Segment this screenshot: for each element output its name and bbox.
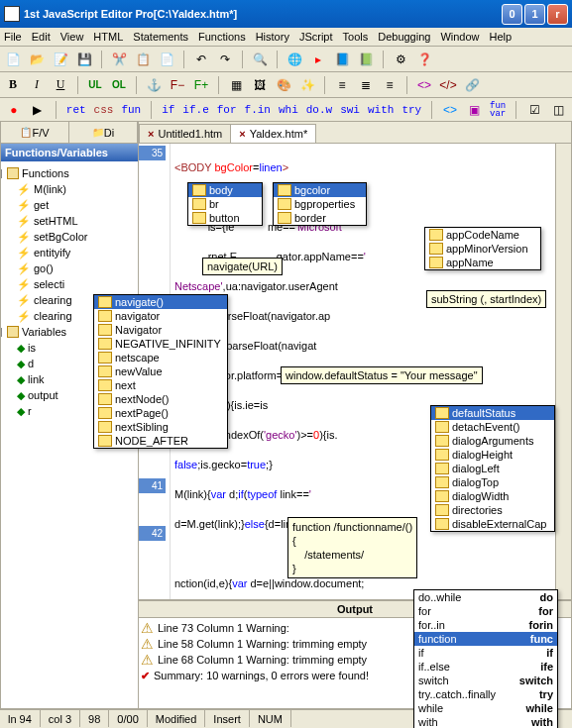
popup-item[interactable]: navigate() (94, 295, 227, 309)
popup-item[interactable]: if..elseife (414, 660, 557, 674)
arrow-icon[interactable]: ▸ (309, 51, 327, 68)
minimize-button[interactable]: 0 (502, 4, 522, 25)
image-icon[interactable]: 🖼 (251, 76, 269, 94)
close-icon[interactable]: × (239, 128, 245, 140)
scr-icon[interactable]: <> (442, 101, 458, 119)
tree-item[interactable]: ⚡ entityify (3, 245, 136, 260)
bold-button[interactable]: B (4, 76, 22, 94)
popup-item[interactable]: netscape (94, 351, 227, 364)
popup-item[interactable]: directories (431, 503, 554, 517)
find-icon[interactable]: 🔍 (251, 51, 269, 68)
popup-item[interactable]: dialogLeft (431, 462, 554, 475)
scr2-icon[interactable]: ▣ (466, 101, 482, 119)
kw-ife[interactable]: if.e (182, 104, 208, 116)
tag2-icon[interactable]: </> (439, 76, 457, 94)
rec-icon[interactable]: ● (6, 101, 22, 119)
popup-item[interactable]: button (188, 211, 262, 225)
popup-item[interactable]: functionfunc (414, 632, 557, 646)
file-tab[interactable]: ×Untitled1.htm (139, 124, 231, 143)
kw-with[interactable]: with (368, 104, 394, 116)
scrollbar-v[interactable] (555, 144, 571, 599)
popup-item[interactable]: ifif (414, 646, 557, 660)
tag1-icon[interactable]: <> (415, 76, 433, 94)
menu-jscript[interactable]: JScript (299, 31, 333, 43)
close-icon[interactable]: × (148, 128, 154, 140)
font-minus[interactable]: F− (169, 76, 186, 94)
underline-button[interactable]: U (52, 76, 69, 94)
popup-item[interactable]: appCodeName (425, 228, 540, 242)
popup-item[interactable]: appName (425, 256, 540, 269)
popup-item[interactable]: switchswitch (414, 674, 557, 687)
popup-item[interactable]: do..whiledo (414, 590, 557, 604)
kw-css[interactable]: css (94, 104, 114, 116)
check-icon[interactable]: ☑ (526, 101, 542, 119)
redo-icon[interactable]: ↷ (216, 51, 234, 68)
kw-whi[interactable]: whi (279, 104, 298, 116)
menu-edit[interactable]: Edit (32, 31, 51, 43)
copy-icon[interactable]: 📋 (134, 51, 152, 68)
link-icon[interactable]: 🔗 (463, 76, 481, 94)
menu-help[interactable]: Help (490, 31, 513, 43)
sidebar-tab-di[interactable]: 📁 Di (69, 122, 138, 143)
sidebar-tab-fv[interactable]: 📋 F/V (1, 122, 69, 143)
doc-icon[interactable]: 📘 (333, 51, 351, 68)
popup-item[interactable]: navigator (94, 309, 227, 323)
popup-item[interactable]: next (94, 378, 227, 392)
popup-item[interactable]: br (188, 197, 262, 211)
world-icon[interactable]: 🌐 (286, 51, 303, 68)
popup-snip[interactable]: do..whiledoforforfor..inforinfunctionfun… (413, 589, 558, 728)
popup-body[interactable]: bodybrbutton (187, 182, 263, 226)
popup-app[interactable]: appCodeNameappMinorVersionappName (424, 227, 541, 270)
popup-def[interactable]: defaultStatusdetachEvent()dialogArgument… (430, 405, 555, 532)
ul-button[interactable]: UL (86, 76, 104, 94)
popup-bg[interactable]: bgcolorbgpropertiesborder (273, 182, 367, 226)
kw-funvar[interactable]: funvar (490, 102, 506, 118)
tree-item[interactable]: ⚡ selecti (3, 276, 136, 292)
popup-item[interactable]: nextPage() (94, 406, 227, 420)
popup-item[interactable]: dialogArguments (431, 434, 554, 448)
tree-item[interactable]: ⚡ go() (3, 260, 136, 276)
palette-icon[interactable]: 🎨 (275, 76, 292, 94)
popup-nav[interactable]: navigate()navigatorNavigatorNEGATIVE_INF… (93, 294, 228, 449)
popup-item[interactable]: detachEvent() (431, 420, 554, 434)
popup-item[interactable]: nextNode() (94, 392, 227, 406)
popup-item[interactable]: for..inforin (414, 618, 557, 632)
popup-item[interactable]: body (188, 183, 262, 197)
popup-item[interactable]: Navigator (94, 323, 227, 337)
popup-item[interactable]: dialogTop (431, 475, 554, 489)
kw-fun[interactable]: fun (121, 104, 141, 116)
open-icon[interactable]: 📂 (28, 51, 46, 68)
kw-swi[interactable]: swi (340, 104, 360, 116)
doc2-icon[interactable]: 📗 (357, 51, 375, 68)
popup-item[interactable]: dialogHeight (431, 448, 554, 462)
gear-icon[interactable]: ⚙ (392, 51, 409, 68)
popup-item[interactable]: defaultStatus (431, 406, 554, 420)
menu-statements[interactable]: Statements (133, 31, 188, 43)
popup-item[interactable]: appMinorVersion (425, 242, 540, 256)
new-icon[interactable]: 📄 (4, 51, 22, 68)
anchor-icon[interactable]: ⚓ (145, 76, 163, 94)
menu-functions[interactable]: Functions (198, 31, 246, 43)
help-icon[interactable]: ❓ (415, 51, 433, 68)
paste-icon[interactable]: 📄 (158, 51, 175, 68)
popup-item[interactable]: withwith (414, 715, 557, 728)
kw-fin[interactable]: f.in (245, 104, 271, 116)
popup-item[interactable]: bgproperties (274, 197, 366, 211)
menu-debugging[interactable]: Debugging (378, 31, 430, 43)
block-icon[interactable]: ◫ (550, 101, 566, 119)
popup-item[interactable]: dialogWidth (431, 489, 554, 503)
kw-dow[interactable]: do.w (306, 104, 332, 116)
menu-window[interactable]: Window (440, 31, 479, 43)
align-right-icon[interactable]: ≡ (381, 76, 399, 94)
new2-icon[interactable]: 📝 (52, 51, 69, 68)
popup-item[interactable]: disableExternalCap (431, 517, 554, 531)
align-left-icon[interactable]: ≡ (333, 76, 351, 94)
menu-history[interactable]: History (256, 31, 289, 43)
popup-item[interactable]: NEGATIVE_INFINITY (94, 337, 227, 351)
maximize-button[interactable]: 1 (524, 4, 545, 25)
undo-icon[interactable]: ↶ (192, 51, 210, 68)
popup-item[interactable]: nextSibling (94, 420, 227, 434)
save-icon[interactable]: 💾 (75, 51, 93, 68)
tree-item[interactable]: ⚡ setHTML (3, 213, 136, 229)
popup-item[interactable]: forfor (414, 604, 557, 618)
